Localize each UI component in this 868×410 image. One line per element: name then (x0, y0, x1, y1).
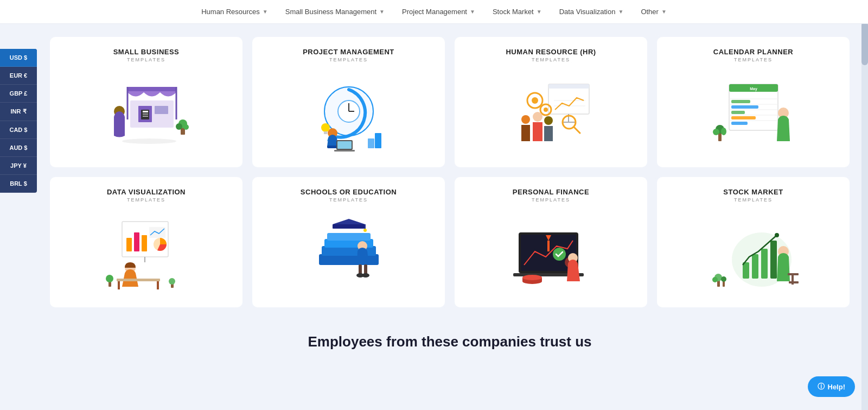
svg-point-39 (544, 108, 548, 112)
sidebar-jpy[interactable]: JPY ¥ (0, 157, 37, 175)
svg-text:May: May (750, 87, 757, 91)
nav-label: Other (641, 8, 659, 16)
svg-point-77 (169, 278, 175, 285)
cards-row-1: SMALL BUSINESS TEMPLATES (50, 37, 850, 167)
sidebar-inr[interactable]: INR ₹ (0, 103, 37, 121)
scrollbar-thumb[interactable] (861, 22, 868, 65)
svg-point-13 (176, 123, 182, 130)
svg-rect-64 (126, 238, 132, 251)
svg-point-15 (122, 138, 176, 144)
nav-label: Human Resources (201, 8, 260, 16)
chevron-down-icon: ▼ (263, 9, 268, 15)
svg-point-92 (553, 248, 566, 261)
svg-point-42 (544, 116, 553, 125)
sidebar-brl[interactable]: BRL $ (0, 175, 37, 193)
svg-point-14 (183, 124, 189, 130)
sidebar-gbp[interactable]: GBP £ (0, 85, 37, 103)
svg-point-106 (775, 233, 779, 237)
svg-point-61 (713, 129, 719, 135)
chevron-down-icon: ▼ (661, 9, 667, 15)
sidebar-cad[interactable]: CAD $ (0, 121, 37, 139)
svg-rect-55 (731, 111, 745, 114)
svg-rect-7 (143, 111, 148, 112)
svg-rect-9 (143, 116, 148, 117)
help-button[interactable]: ⓘ Help! (808, 376, 856, 397)
trust-heading: Employees from these companies trust us (50, 333, 850, 350)
schools-education-illustration (261, 209, 436, 299)
svg-point-62 (721, 128, 726, 135)
nav-label: Data Visualization (559, 8, 616, 16)
svg-rect-73 (157, 281, 159, 289)
svg-rect-72 (118, 281, 120, 289)
svg-rect-110 (789, 281, 799, 283)
svg-rect-105 (770, 241, 777, 279)
nav-other[interactable]: Other ▼ (641, 8, 666, 16)
svg-rect-82 (333, 224, 365, 229)
top-navigation: Human Resources ▼ Small Business Managem… (0, 0, 868, 24)
nav-human-resources[interactable]: Human Resources ▼ (201, 8, 268, 16)
svg-rect-56 (731, 116, 756, 119)
svg-point-89 (362, 273, 369, 277)
svg-rect-81 (327, 233, 371, 241)
svg-rect-71 (117, 279, 160, 281)
nav-small-business[interactable]: Small Business Management ▼ (285, 8, 385, 16)
help-icon: ⓘ (818, 382, 825, 392)
data-visualization-illustration (59, 209, 234, 299)
cards-row-2: DATA VISUALIZATION TEMPLATES (50, 177, 850, 307)
sidebar-eur[interactable]: EUR € (0, 67, 37, 85)
svg-rect-104 (761, 249, 768, 279)
svg-point-26 (321, 123, 330, 132)
nav-stock-market[interactable]: Stock Market ▼ (493, 8, 542, 16)
svg-rect-65 (134, 232, 139, 251)
card-calendar-planner[interactable]: CALENDAR PLANNER TEMPLATES May (657, 37, 850, 167)
chevron-down-icon: ▼ (537, 9, 542, 15)
card-data-visualization[interactable]: DATA VISUALIZATION TEMPLATES (50, 177, 242, 307)
svg-point-115 (721, 276, 726, 282)
svg-rect-100 (547, 241, 550, 251)
scrollbar[interactable] (861, 0, 868, 410)
small-business-illustration (59, 69, 234, 159)
svg-rect-54 (731, 105, 758, 109)
svg-rect-31 (548, 84, 589, 89)
human-resource-illustration (463, 69, 639, 159)
bottom-section: Employees from these companies trust us (50, 317, 850, 361)
svg-point-40 (521, 115, 530, 124)
svg-rect-25 (334, 150, 355, 152)
svg-point-41 (533, 112, 542, 122)
svg-rect-28 (368, 138, 374, 148)
chevron-down-icon: ▼ (379, 9, 385, 15)
card-human-resource[interactable]: HUMAN RESOURCE (HR) TEMPLATES (455, 37, 647, 167)
svg-rect-24 (337, 141, 352, 149)
svg-rect-30 (548, 84, 589, 114)
svg-point-37 (532, 97, 538, 104)
nav-data-visualization[interactable]: Data Visualization ▼ (559, 8, 624, 16)
project-management-illustration (261, 69, 436, 159)
card-stock-market[interactable]: STOCK MARKET TEMPLATES (657, 177, 850, 307)
svg-rect-5 (155, 106, 168, 114)
card-schools-education[interactable]: SCHOOLS OR EDUCATION TEMPLATES (252, 177, 445, 307)
card-small-business[interactable]: SMALL BUSINESS TEMPLATES (50, 37, 242, 167)
currency-sidebar: USD $ EUR € GBP £ INR ₹ CAD $ AUD $ JPY … (0, 49, 37, 193)
svg-rect-53 (731, 100, 750, 103)
svg-rect-57 (731, 122, 748, 125)
svg-rect-66 (142, 235, 147, 251)
svg-rect-103 (752, 254, 758, 279)
sidebar-usd[interactable]: USD $ (0, 49, 37, 67)
stock-market-illustration (666, 209, 841, 299)
svg-rect-29 (375, 133, 381, 148)
personal-finance-illustration (463, 209, 639, 299)
chevron-down-icon: ▼ (618, 9, 623, 15)
calendar-planner-illustration: May (666, 69, 841, 159)
main-content: SMALL BUSINESS TEMPLATES (39, 24, 860, 383)
chevron-down-icon: ▼ (470, 9, 475, 15)
nav-label: Small Business Management (285, 8, 376, 16)
nav-label: Project Management (402, 8, 467, 16)
help-label: Help! (828, 383, 846, 391)
nav-label: Stock Market (493, 8, 534, 16)
sidebar-aud[interactable]: AUD $ (0, 139, 37, 157)
card-project-management[interactable]: PROJECT MANAGEMENT TEMPLATES (252, 37, 445, 167)
svg-point-113 (712, 277, 718, 282)
nav-project-management[interactable]: Project Management ▼ (402, 8, 475, 16)
svg-point-98 (522, 275, 542, 280)
card-personal-finance[interactable]: PERSONAL FINANCE TEMPLATES (455, 177, 647, 307)
